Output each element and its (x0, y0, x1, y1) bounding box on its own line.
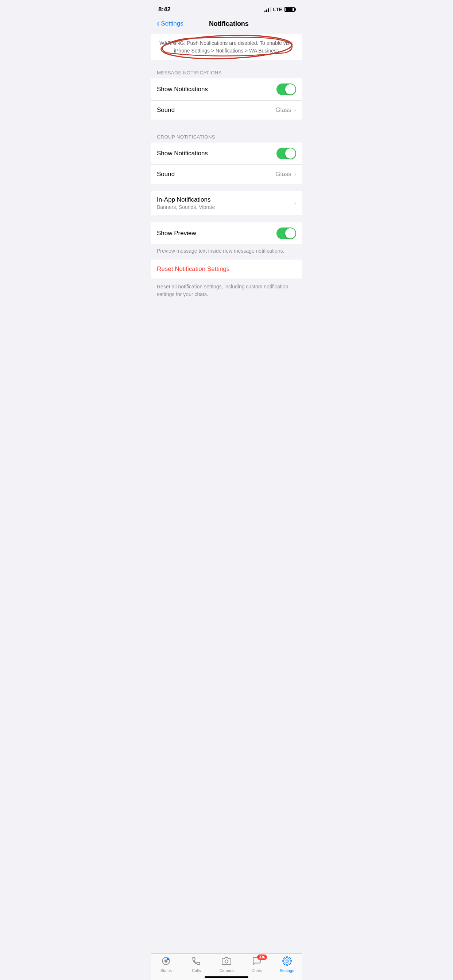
show-notifications-row[interactable]: Show Notifications (151, 78, 302, 100)
group-notifications-header: GROUP NOTIFICATIONS (151, 127, 302, 143)
page-title: Notifications (183, 20, 274, 28)
group-show-notifications-row[interactable]: Show Notifications (151, 143, 302, 165)
inapp-chevron-icon: › (294, 200, 296, 206)
chevron-right-icon: › (294, 107, 296, 113)
show-notifications-label: Show Notifications (157, 86, 208, 93)
show-notifications-toggle-wrap (276, 83, 296, 95)
reset-description: Reset all notification settings, includi… (151, 278, 302, 305)
group-notifications-card: Show Notifications Sound Glass › (151, 143, 302, 184)
lte-label: LTE (273, 6, 282, 13)
sound-label: Sound (157, 107, 175, 114)
back-button[interactable]: ‹ Settings (157, 19, 183, 29)
group-show-notifications-toggle[interactable] (276, 148, 296, 159)
group-chevron-right-icon: › (294, 171, 296, 178)
show-notifications-toggle[interactable] (276, 83, 296, 95)
status-time: 8:42 (158, 6, 171, 13)
reset-section: Reset Notification Settings (151, 259, 302, 278)
group-sound-label: Sound (157, 170, 175, 178)
message-notifications-header: MESSAGE NOTIFICATIONS (151, 63, 302, 78)
sound-value-wrap: Glass › (275, 107, 296, 114)
group-sound-value: Glass (275, 170, 291, 178)
nav-bar: ‹ Settings Notifications (151, 16, 302, 33)
warning-text: WARNING: Push Notifications are disabled… (157, 40, 296, 55)
signal-icon (265, 7, 271, 12)
show-preview-row[interactable]: Show Preview (151, 223, 302, 244)
status-bar: 8:42 LTE (151, 0, 302, 16)
sound-row[interactable]: Sound Glass › (151, 100, 302, 119)
group-show-notifications-label: Show Notifications (157, 150, 208, 157)
back-label: Settings (161, 20, 183, 27)
message-notifications-card: Show Notifications Sound Glass › (151, 78, 302, 119)
back-chevron-icon: ‹ (157, 19, 160, 29)
group-sound-row[interactable]: Sound Glass › (151, 165, 302, 184)
battery-icon (284, 7, 295, 12)
status-icons: LTE (265, 6, 295, 13)
inapp-subtitle: Banners, Sounds, Vibrate (157, 204, 215, 210)
inapp-row[interactable]: In-App Notifications Banners, Sounds, Vi… (151, 191, 302, 215)
show-preview-toggle[interactable] (276, 228, 296, 239)
inapp-title: In-App Notifications (157, 196, 215, 204)
inapp-card: In-App Notifications Banners, Sounds, Vi… (151, 191, 302, 215)
reset-button[interactable]: Reset Notification Settings (157, 266, 230, 272)
sound-value: Glass (275, 107, 291, 114)
show-preview-description: Preview message text inside new message … (151, 244, 302, 259)
show-preview-label: Show Preview (157, 230, 196, 237)
warning-banner: WARNING: Push Notifications are disabled… (151, 34, 302, 60)
show-preview-card: Show Preview (151, 223, 302, 244)
